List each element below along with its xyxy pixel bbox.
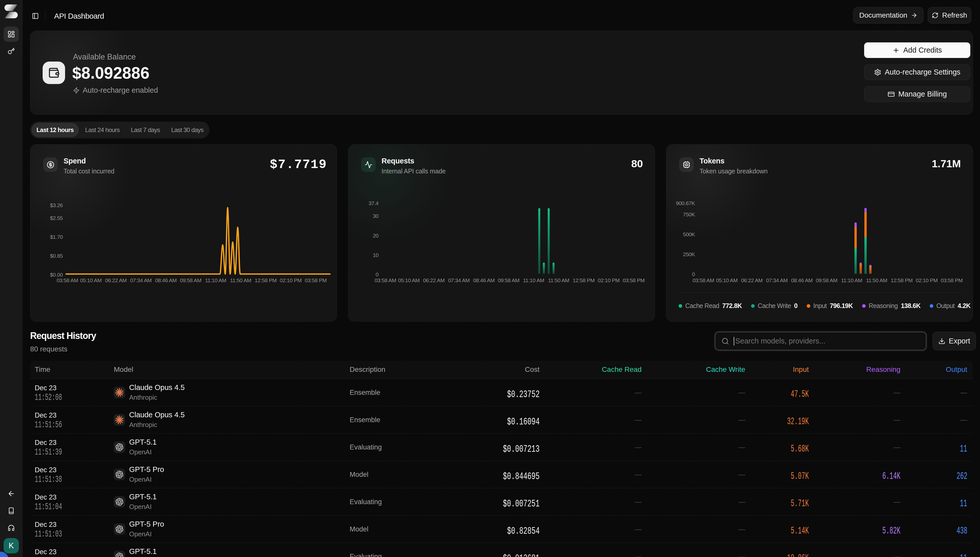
svg-text:08:46 AM: 08:46 AM <box>791 277 813 283</box>
svg-text:$1.70: $1.70 <box>50 234 63 240</box>
svg-text:09:58 AM: 09:58 AM <box>816 277 837 283</box>
svg-text:12:58 PM: 12:58 PM <box>891 277 913 283</box>
svg-text:37.4: 37.4 <box>368 200 379 206</box>
svg-text:03:58 AM: 03:58 AM <box>57 277 78 283</box>
svg-text:11:10 AM: 11:10 AM <box>205 277 226 283</box>
svg-text:09:58 AM: 09:58 AM <box>180 277 201 283</box>
svg-text:08:46 AM: 08:46 AM <box>155 277 177 283</box>
svg-text:11:50 AM: 11:50 AM <box>230 277 251 283</box>
svg-text:$2.55: $2.55 <box>50 215 63 221</box>
svg-text:02:10 PM: 02:10 PM <box>598 277 620 283</box>
svg-text:500K: 500K <box>683 231 695 237</box>
svg-text:250K: 250K <box>683 251 695 257</box>
svg-text:03:58 AM: 03:58 AM <box>375 277 396 283</box>
svg-text:11:50 AM: 11:50 AM <box>548 277 569 283</box>
svg-text:0: 0 <box>692 271 695 277</box>
svg-text:10: 10 <box>373 252 378 258</box>
svg-text:07:34 AM: 07:34 AM <box>130 277 152 283</box>
svg-text:11:10 AM: 11:10 AM <box>523 277 544 283</box>
svg-text:03:58 PM: 03:58 PM <box>305 277 327 283</box>
svg-text:07:34 AM: 07:34 AM <box>766 277 788 283</box>
svg-text:11:10 AM: 11:10 AM <box>841 277 862 283</box>
svg-text:08:46 AM: 08:46 AM <box>473 277 495 283</box>
svg-text:0: 0 <box>376 272 378 277</box>
svg-text:05:10 AM: 05:10 AM <box>398 277 420 283</box>
svg-text:09:58 AM: 09:58 AM <box>498 277 519 283</box>
svg-text:06:22 AM: 06:22 AM <box>105 277 127 283</box>
svg-text:750K: 750K <box>683 212 695 217</box>
svg-text:03:58 PM: 03:58 PM <box>623 277 645 283</box>
svg-text:$0.00: $0.00 <box>50 272 63 278</box>
svg-text:05:10 AM: 05:10 AM <box>716 277 738 283</box>
svg-text:11:50 AM: 11:50 AM <box>866 277 887 283</box>
svg-text:900.67K: 900.67K <box>676 200 695 206</box>
svg-text:03:58 AM: 03:58 AM <box>693 277 714 283</box>
svg-text:12:58 PM: 12:58 PM <box>573 277 595 283</box>
svg-text:02:10 PM: 02:10 PM <box>280 277 302 283</box>
svg-text:06:22 AM: 06:22 AM <box>741 277 763 283</box>
svg-text:$0.85: $0.85 <box>50 253 63 259</box>
svg-text:07:34 AM: 07:34 AM <box>448 277 470 283</box>
svg-text:03:58 PM: 03:58 PM <box>941 277 963 283</box>
svg-text:02:10 PM: 02:10 PM <box>916 277 938 283</box>
svg-text:12:58 PM: 12:58 PM <box>255 277 277 283</box>
svg-text:06:22 AM: 06:22 AM <box>423 277 445 283</box>
svg-text:30: 30 <box>373 213 378 219</box>
svg-text:$3.26: $3.26 <box>50 202 63 208</box>
svg-text:20: 20 <box>373 233 378 239</box>
svg-text:05:10 AM: 05:10 AM <box>80 277 102 283</box>
